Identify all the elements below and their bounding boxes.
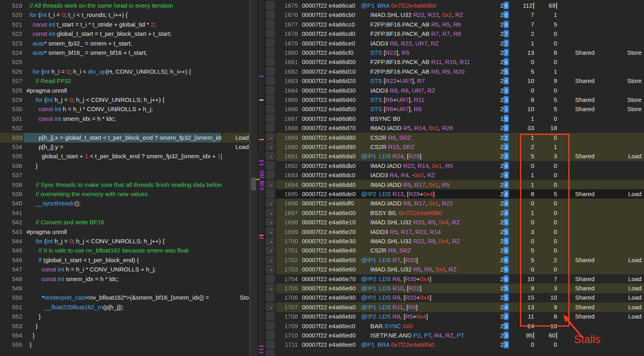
source-line-539[interactable]: 539// overwriting the memory with new va… [0,189,250,199]
row-marker-box [266,67,275,75]
memory-access-op: Load [628,151,642,161]
sass-row-1689[interactable]: 168900007f22 e4a66d80CS2R R6, SRZ2110 [266,133,644,143]
source-line-545[interactable]: 545// It is safe to use nv_bfloat162 bec… [0,246,250,255]
stall-not-issued-count: 0 [554,39,557,48]
source-line-537[interactable]: 537 [0,170,250,180]
source-line-546[interactable]: 546if (global_t_start < t_per_block_end)… [0,255,250,265]
source-line-552[interactable]: 552} [0,312,250,321]
live-register-bar: 7 [504,49,509,56]
sass-row-1699[interactable]: 169900007f22 e4a66e20IADD3 R5, R17, R22,… [266,227,644,237]
source-line-532[interactable]: 532 [0,123,250,133]
sass-row-1685[interactable]: 168500007f22 e4a66d40STS [R6+UR7], R1123… [266,95,644,105]
source-code-text: p[h_j].x = global_t_start < t_per_block_… [24,133,222,143]
source-line-549[interactable]: 549 [0,284,250,293]
sass-row-1695[interactable]: 169500007f22 e4a66de0@!P2LDS R13, [R29+0… [266,189,644,199]
source-line-528[interactable]: 528#pragma unroll [0,86,250,95]
sass-row-1696[interactable]: 169600007f22 e4a66df0IMAD.IADD R8, R17, … [266,199,644,208]
sass-row-1702[interactable]: 170200007f22 e4a66e50@!P1LDS R7, [R20]26… [266,255,644,265]
source-scrollbar[interactable] [250,0,257,356]
sass-row-1697[interactable]: 169700007f22 e4a66e00BSSY B0, 0x7f22e4a6… [266,208,644,218]
source-line-535[interactable]: 535global_t_start + 1 < t_per_block_end … [0,151,250,161]
max-marker [533,2,534,9]
source-line-number: 530 [0,104,22,114]
sass-row-1675[interactable]: 167500007f22 e4a66ca0@P1BRA 0x7f22e4a66d… [266,1,644,10]
source-line-541[interactable]: 541 [0,208,250,218]
sass-row-1687[interactable]: 168700007f22 e4a66d60BSYNC B01910 [266,114,644,124]
sass-row-1710[interactable]: 171000007f22 e4a66ed0ISETP.NE.AND P2, PT… [266,331,644,340]
source-line-531[interactable]: 531const int smem_idx = h * ldc; [0,114,250,124]
sass-line-number: 1701 [277,246,298,255]
sass-assembly-panel[interactable]: 167500007f22 e4a66ca0@P1BRA 0x7f22e4a66d… [265,0,644,356]
sass-row-1684[interactable]: 168400007f22 e4a66d30IADD3 R8, R6, UR7, … [266,86,644,95]
instruction-address: 00007f22 e4a66cd0 [302,29,355,38]
source-line-530[interactable]: 530const int h = h_i * CONV_UNROLLS + h_… [0,104,250,114]
source-line-543[interactable]: 543#pragma unroll [0,227,250,237]
sass-row-1682[interactable]: 168200007f22 e4a66d10F2FP.BF16.PACK_AB R… [266,67,644,77]
sass-row-1707[interactable]: 170700007f22 e4a66ea0@!P1LDS R11, [R5]24… [266,302,644,312]
source-line-525[interactable]: 525 [0,57,250,67]
source-line-533[interactable]: 533p[h_j].x = global_t_start < t_per_blo… [0,133,250,143]
sass-row-1701[interactable]: 170100007f22 e4a66e40CS2R R8, SRZ2650 [266,246,644,255]
sass-row-1688[interactable]: 168800007f22 e4a66d70IMAD.IADD R5, R14, … [266,123,644,133]
source-line-522[interactable]: 522const int global_t_start = t_per_bloc… [0,29,250,39]
source-line-520[interactable]: 520for (int t_i = 0; t_i < t_rounds; t_i… [0,10,250,20]
source-line-524[interactable]: 524auto* smem_bf16_ = smem_bf16 + t_star… [0,48,250,58]
source-line-550[interactable]: 550*reinterpret_cast<nv_bfloat162*>(&sme… [0,293,250,302]
sass-row-1703[interactable]: 170300007f22 e4a66e60IMAD.SHL.U32 R5, R5… [266,265,644,274]
sass-row-1694[interactable]: 169400007f22 e4a66dd0IMAD.IADD R5, R17, … [266,180,644,190]
source-line-527[interactable]: 527// Read FP32 [0,76,250,86]
source-line-554[interactable]: 554} [0,331,250,340]
source-line-544[interactable]: 544for (int h_j = 0; h_j < CONV_UNROLLS;… [0,236,250,246]
live-register-bar: 4 [504,181,509,188]
sass-row-1698[interactable]: 169800007f22 e4a66e10IMAD.SHL.U32 R20, R… [266,217,644,227]
sass-row-1704[interactable]: 170400007f22 e4a66e70@!P2LDS R6, [R20+0x… [266,274,644,284]
live-registers-value: 23 [500,151,509,161]
live-register-bar: 6 [504,256,509,264]
source-code-text [24,57,222,67]
sass-row-1700[interactable]: 170000007f22 e4a66e30IMAD.SHL.U32 R22, R… [266,236,644,246]
row-marker-box [266,199,275,207]
live-registers-value: 25 [500,227,509,236]
source-line-523[interactable]: 523auto* smem_fp32_ = smem + t_start; [0,39,250,48]
sass-row-1708[interactable]: 170800007f22 e4a66eb0@!P2LDS R8, [R5+0x4… [266,312,644,321]
source-line-number: 542 [0,217,22,227]
source-scrollbar-thumb[interactable] [251,178,256,190]
sass-row-1681[interactable]: 168100007f22 e4a66d00F2FP.BF16.PACK_AB R… [266,57,644,67]
source-line-521[interactable]: 521const int t_start = t_i * t_stride + … [0,20,250,29]
source-line-548[interactable]: 548const int smem_idx = h * ldc; [0,274,250,284]
sass-row-1711[interactable]: 171100007f22 e4a66ee0@P1BRA 0x7f22e4a66f… [266,340,644,350]
source-line-538[interactable]: 538// Sync threads to make sure that all… [0,180,250,190]
sass-row-1683[interactable]: 168300007f22 e4a66d20STS [R22+UR7], R724… [266,76,644,86]
source-line-542[interactable]: 542// Convert and write BF16 [0,217,250,227]
source-line-number: 549 [0,284,22,293]
row-marker-box [266,133,275,141]
sass-row-1677[interactable]: 167700007f22 e4a66cc0F2FP.BF16.PACK_AB R… [266,20,644,29]
sass-row-1692[interactable]: 169200007f22 e4a66db0IMAD.IADD R22, R14,… [266,161,644,171]
source-line-529[interactable]: 529for (int h_j = 0; h_j < CONV_UNROLLS;… [0,95,250,105]
source-line-553[interactable]: 553} [0,321,250,331]
row-marker-box [266,105,275,113]
sass-row-1686[interactable]: 168600007f22 e4a66d50STS [R8+UR7], R9211… [266,104,644,114]
source-line-547[interactable]: 547const int h = h_i * CONV_UNROLLS + h_… [0,265,250,274]
source-line-540[interactable]: 540__syncthreads(); [0,199,250,208]
sass-row-1676[interactable]: 167600007f22 e4a66cb0IMAD.SHL.U32 R22, R… [266,10,644,20]
source-line-519[interactable]: 519// All threads work on the same head … [0,1,250,10]
row-marker-box [266,124,275,132]
source-line-number: 546 [0,255,22,265]
memory-access-op: Load [628,302,642,312]
source-line-526[interactable]: 526for (int h_i = 0; h_i < div_up(H, CON… [0,67,250,77]
source-line-555[interactable]: 555} [0,340,250,350]
sass-row-1705[interactable]: 170500007f22 e4a66e80@!P1LDS R10, [R22]2… [266,284,644,293]
sass-row-1693[interactable]: 169300007f22 e4a66dc0IADD3 R4, R4, -0x2,… [266,170,644,180]
sass-row-1678[interactable]: 167800007f22 e4a66cd0F2FP.BF16.PACK_AB R… [266,29,644,39]
source-code-panel[interactable]: 519// All threads work on the same head … [0,0,250,356]
sass-row-1709[interactable]: 170900007f22 e4a66ec0BAR.SYNC 0x0232413 [266,321,644,331]
source-line-551[interactable]: 551__float22bfloat162_rn(p[h_j]); [0,302,250,312]
sass-row-1690[interactable]: 169000007f22 e4a66d90CS2R R10, SRZ2321 [266,142,644,152]
sass-row-1706[interactable]: 170600007f22 e4a66e90@!P2LDS R9, [R22+0x… [266,293,644,302]
sass-row-1679[interactable]: 167900007f22 e4a66ce0IADD3 R6, R22, UR7,… [266,39,644,48]
sass-row-1680[interactable]: 168000007f22 e4a66cf0STS [R22], R527138S… [266,48,644,58]
sass-row-1691[interactable]: 169100007f22 e4a66da0@!P1LDS R24, [R29]2… [266,151,644,161]
source-line-534[interactable]: 534p[h_j].y =Load [0,142,250,152]
source-line-536[interactable]: 536} [0,161,250,171]
